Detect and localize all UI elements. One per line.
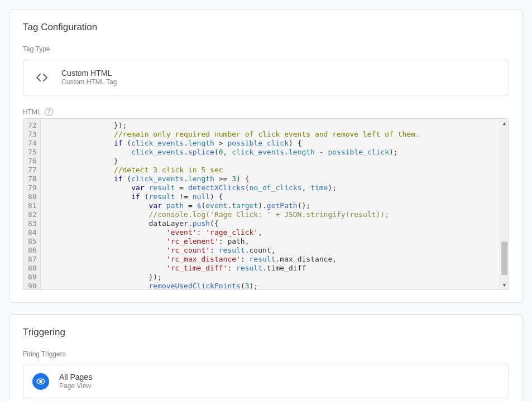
- tag-type-label: Tag Type: [23, 45, 509, 53]
- scroll-down-arrow-icon[interactable]: ▼: [500, 281, 509, 289]
- help-icon[interactable]: ?: [45, 108, 53, 116]
- tag-type-selector[interactable]: Custom HTML Custom HTML Tag: [23, 60, 509, 95]
- html-label: HTML: [23, 108, 41, 116]
- trigger-text: All Pages Page View: [59, 372, 92, 391]
- tag-type-text: Custom HTML Custom HTML Tag: [61, 68, 117, 87]
- eye-icon: [32, 373, 49, 390]
- tag-type-name: Custom HTML: [61, 68, 117, 78]
- triggering-title: Triggering: [23, 327, 509, 338]
- code-editor[interactable]: 72737475767778798081828384858687888990 }…: [23, 118, 509, 290]
- tag-type-sub: Custom HTML Tag: [61, 78, 117, 87]
- scroll-up-arrow-icon[interactable]: ▲: [500, 119, 509, 128]
- code-brackets-icon: [32, 68, 51, 87]
- html-field-label-row: HTML ?: [23, 108, 509, 116]
- editor-code[interactable]: }); //remain only required number of cli…: [41, 119, 500, 289]
- svg-point-0: [40, 380, 42, 383]
- trigger-sub: Page View: [59, 382, 92, 391]
- trigger-selector[interactable]: All Pages Page View: [23, 365, 509, 398]
- tag-configuration-card: Tag Configuration Tag Type Custom HTML C…: [9, 9, 523, 303]
- scroll-thumb[interactable]: [501, 241, 507, 275]
- trigger-name: All Pages: [59, 372, 92, 382]
- editor-scrollbar[interactable]: ▲ ▼: [500, 119, 509, 289]
- triggering-card: Triggering Firing Triggers All Pages Pag…: [9, 314, 523, 401]
- editor-gutter: 72737475767778798081828384858687888990: [23, 119, 41, 289]
- firing-triggers-label: Firing Triggers: [23, 350, 509, 358]
- tag-config-title: Tag Configuration: [23, 22, 509, 33]
